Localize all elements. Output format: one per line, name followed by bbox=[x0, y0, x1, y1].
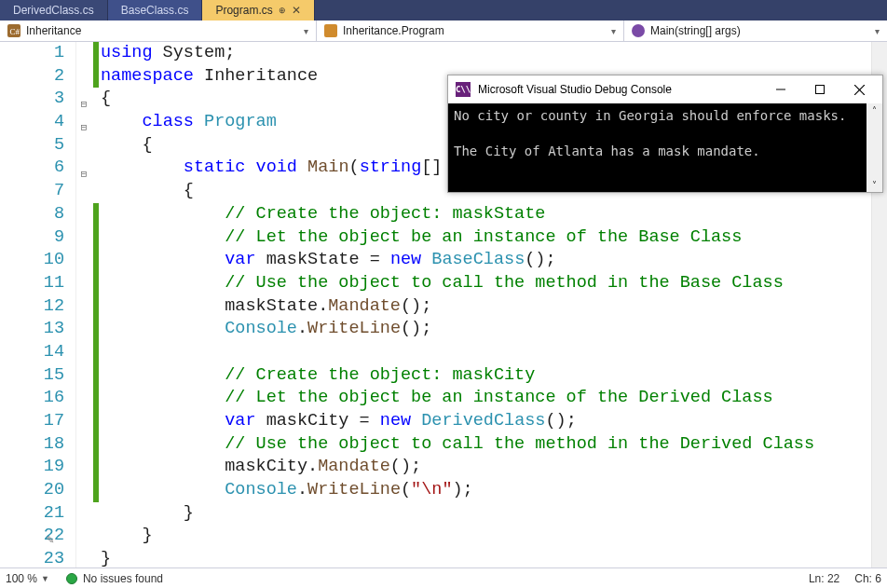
line-number: 4 bbox=[0, 111, 68, 134]
collapse-toggle[interactable]: ⊟ bbox=[77, 93, 90, 116]
line-number: 21 bbox=[0, 502, 68, 526]
char-indicator: Ch: 6 bbox=[854, 572, 881, 585]
code-line[interactable]: } bbox=[101, 548, 871, 567]
vs-icon: C\\ bbox=[456, 82, 471, 97]
breadcrumb-class[interactable]: Inheritance.Program ▾ bbox=[317, 21, 624, 41]
line-number: 18 bbox=[0, 433, 68, 457]
breadcrumb-project[interactable]: C# Inheritance ▾ bbox=[0, 21, 317, 41]
line-number: 6 bbox=[0, 157, 68, 180]
tab-derivedclass[interactable]: DerivedClass.cs bbox=[0, 0, 108, 21]
check-icon bbox=[66, 573, 77, 584]
chevron-down-icon: ▼ bbox=[41, 574, 49, 583]
change-marker bbox=[93, 203, 99, 502]
line-number: 16 bbox=[0, 387, 68, 410]
tab-label: DerivedClass.cs bbox=[13, 4, 94, 17]
issues-indicator[interactable]: No issues found bbox=[66, 572, 163, 585]
breadcrumb-method[interactable]: Main(string[] args) ▾ bbox=[624, 21, 887, 41]
issues-text: No issues found bbox=[83, 572, 163, 585]
code-line[interactable]: maskState.Mandate(); bbox=[101, 295, 871, 319]
code-line[interactable]: } bbox=[101, 502, 871, 526]
scroll-up-icon[interactable]: ˄ bbox=[872, 105, 877, 116]
pin-icon[interactable]: ⊕ bbox=[279, 6, 286, 15]
svg-rect-3 bbox=[632, 24, 645, 37]
code-line[interactable]: // Use the object to call the method in … bbox=[101, 433, 871, 457]
line-number: 7 bbox=[0, 180, 68, 203]
line-indicator: Ln: 22 bbox=[809, 572, 839, 585]
outline-gutter: ⊟⊟⊟ bbox=[76, 42, 93, 567]
line-number: 22 bbox=[0, 525, 68, 548]
line-number: 2 bbox=[0, 65, 68, 89]
line-number: 19 bbox=[0, 456, 68, 479]
code-line[interactable]: Console.WriteLine("\n"); bbox=[101, 479, 871, 502]
csharp-icon: C# bbox=[7, 24, 20, 37]
code-line[interactable]: maskCity.Mandate(); bbox=[101, 456, 871, 479]
minimize-button[interactable] bbox=[765, 75, 797, 103]
close-icon[interactable]: ✕ bbox=[292, 4, 301, 17]
line-number: 17 bbox=[0, 410, 68, 433]
edit-pencil-icon: ✎ bbox=[47, 529, 54, 553]
console-title: Microsoft Visual Studio Debug Console bbox=[478, 83, 672, 96]
maximize-button[interactable] bbox=[804, 75, 836, 103]
console-vertical-scrollbar[interactable]: ˄ ˅ bbox=[867, 103, 882, 192]
code-line[interactable]: } bbox=[101, 525, 871, 548]
code-line[interactable]: // Use the object to call the method in … bbox=[101, 272, 871, 295]
class-icon bbox=[324, 24, 337, 37]
breadcrumb: C# Inheritance ▾ Inheritance.Program ▾ M… bbox=[0, 21, 887, 42]
collapse-toggle[interactable]: ⊟ bbox=[77, 116, 90, 140]
line-number: 5 bbox=[0, 134, 68, 157]
svg-rect-5 bbox=[816, 86, 825, 94]
line-number: 9 bbox=[0, 226, 68, 250]
code-line[interactable]: // Create the object: maskState bbox=[101, 203, 871, 226]
line-number: 14 bbox=[0, 341, 68, 364]
chevron-down-icon: ▾ bbox=[611, 26, 616, 36]
change-marker bbox=[93, 42, 99, 88]
zoom-control[interactable]: 100 % ▼ bbox=[6, 572, 49, 585]
collapse-toggle[interactable]: ⊟ bbox=[77, 163, 90, 186]
code-line[interactable]: var maskCity = new DerivedClass(); bbox=[101, 410, 871, 433]
code-line[interactable] bbox=[101, 341, 871, 364]
status-bar: 100 % ▼ No issues found Ln: 22 Ch: 6 bbox=[0, 567, 887, 588]
tab-strip: DerivedClass.cs BaseClass.cs Program.cs … bbox=[0, 0, 887, 21]
code-line[interactable]: var maskState = new BaseClass(); bbox=[101, 249, 871, 272]
code-line[interactable]: // Create the object: maskCity bbox=[101, 364, 871, 388]
line-number: 1 bbox=[0, 42, 68, 65]
chevron-down-icon: ▾ bbox=[304, 26, 308, 36]
tab-program[interactable]: Program.cs ⊕ ✕ bbox=[202, 0, 314, 21]
tab-label: BaseClass.cs bbox=[121, 4, 189, 17]
line-number: 10 bbox=[0, 249, 68, 272]
line-number: 11 bbox=[0, 272, 68, 295]
method-icon bbox=[632, 24, 645, 37]
tab-label: Program.cs bbox=[215, 4, 272, 17]
breadcrumb-label: Inheritance.Program bbox=[343, 24, 444, 37]
code-line[interactable]: Console.WriteLine(); bbox=[101, 318, 871, 341]
close-button[interactable] bbox=[843, 75, 875, 103]
zoom-value: 100 % bbox=[6, 572, 37, 585]
chevron-down-icon: ▾ bbox=[875, 26, 880, 36]
line-number: 23 bbox=[0, 548, 68, 567]
line-number: 12 bbox=[0, 295, 68, 319]
code-line[interactable]: using System; bbox=[101, 42, 871, 65]
change-marker-gutter bbox=[93, 42, 101, 567]
scroll-down-icon[interactable]: ˅ bbox=[872, 180, 877, 190]
debug-console-window[interactable]: C\\ Microsoft Visual Studio Debug Consol… bbox=[447, 75, 883, 193]
line-number: 3 bbox=[0, 88, 68, 111]
console-output: No city or county in Georgia should enfo… bbox=[448, 103, 867, 192]
console-titlebar[interactable]: C\\ Microsoft Visual Studio Debug Consol… bbox=[448, 75, 882, 103]
breadcrumb-label: Main(string[] args) bbox=[650, 24, 741, 37]
code-line[interactable]: // Let the object be an instance of the … bbox=[101, 226, 871, 250]
line-number: 20 bbox=[0, 479, 68, 502]
line-number-gutter: 1234567891011121314151617181920212223 bbox=[0, 42, 76, 567]
line-number: 8 bbox=[0, 203, 68, 226]
svg-text:C#: C# bbox=[10, 27, 20, 36]
svg-rect-2 bbox=[324, 24, 337, 37]
code-line[interactable]: // Let the object be an instance of the … bbox=[101, 387, 871, 410]
tab-baseclass[interactable]: BaseClass.cs bbox=[108, 0, 203, 21]
breadcrumb-label: Inheritance bbox=[26, 24, 81, 37]
line-number: 15 bbox=[0, 364, 68, 388]
line-number: 13 bbox=[0, 318, 68, 341]
